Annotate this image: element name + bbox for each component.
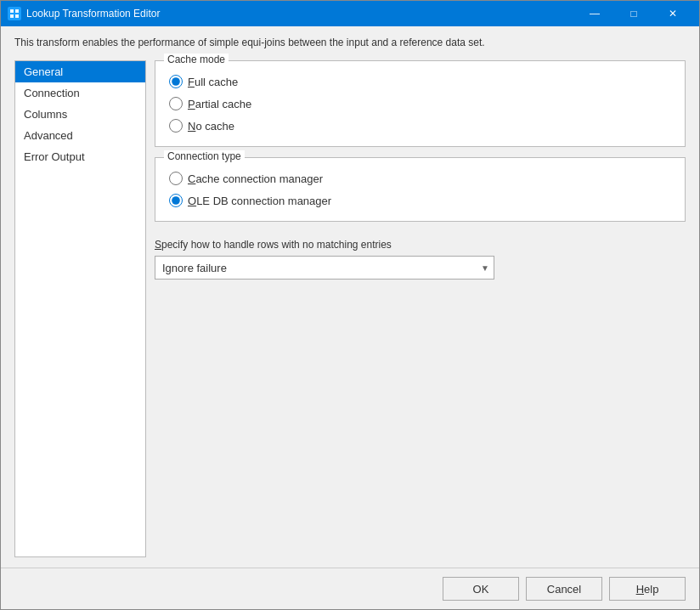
sidebar-item-columns[interactable]: Columns [15,104,145,125]
footer: OK Cancel Help [1,568,699,609]
svg-rect-1 [15,9,19,13]
partial-cache-radio[interactable] [169,97,183,110]
cache-mode-label: Cache mode [164,54,229,65]
sidebar: General Connection Columns Advanced Erro… [14,60,146,557]
partial-cache-label: Partial cache [188,98,251,110]
sidebar-item-error-output[interactable]: Error Output [15,146,145,167]
sidebar-item-advanced[interactable]: Advanced [15,125,145,146]
close-button[interactable]: ✕ [653,1,692,26]
connection-type-radio-group: Cache connection manager OLE DB connecti… [169,172,671,207]
no-match-label: Specify how to handle rows with no match… [155,239,686,251]
cache-mode-group: Cache mode Full cache Partial cache N [155,60,686,147]
cache-connection-manager-radio[interactable] [169,172,183,185]
help-button[interactable]: Help [609,577,686,601]
no-cache-option[interactable]: No cache [169,119,671,133]
cache-connection-manager-option[interactable]: Cache connection manager [169,172,671,185]
description-text: This transform enables the performance o… [14,37,686,48]
full-cache-option[interactable]: Full cache [169,75,671,88]
no-match-dropdown-wrapper: Ignore failure Redirect rows to no match… [155,256,494,280]
sidebar-item-general[interactable]: General [15,61,145,82]
minimize-button[interactable]: — [575,1,614,26]
cache-connection-manager-label: Cache connection manager [188,172,323,185]
ok-button[interactable]: OK [443,577,519,601]
no-match-section: Specify how to handle rows with no match… [155,239,686,280]
connection-type-label: Connection type [164,150,245,162]
partial-cache-option[interactable]: Partial cache [169,97,671,110]
main-area: General Connection Columns Advanced Erro… [14,60,686,557]
ole-db-connection-manager-label: OLE DB connection manager [188,195,331,207]
window-icon [8,7,21,20]
connection-type-group: Connection type Cache connection manager… [155,157,686,222]
svg-rect-3 [15,14,19,18]
svg-rect-2 [10,14,14,18]
window-controls: — □ ✕ [575,1,692,26]
ole-db-connection-manager-option[interactable]: OLE DB connection manager [169,194,671,207]
ole-db-connection-manager-radio[interactable] [169,194,183,207]
title-bar: Lookup Transformation Editor — □ ✕ [1,1,699,26]
no-cache-label: No cache [188,120,234,133]
cancel-button[interactable]: Cancel [526,577,602,601]
no-cache-radio[interactable] [169,119,183,133]
full-cache-label: Full cache [188,76,238,88]
cache-mode-radio-group: Full cache Partial cache No cache [169,75,671,133]
main-window: Lookup Transformation Editor — □ ✕ This … [0,0,700,610]
content-area: Cache mode Full cache Partial cache N [155,60,686,557]
content-spacer [155,290,686,557]
maximize-button[interactable]: □ [614,1,653,26]
full-cache-radio[interactable] [169,75,183,88]
window-content: This transform enables the performance o… [1,26,699,568]
svg-rect-0 [10,9,14,13]
no-match-dropdown[interactable]: Ignore failure Redirect rows to no match… [155,256,494,280]
window-title: Lookup Transformation Editor [26,8,575,20]
sidebar-item-connection[interactable]: Connection [15,82,145,104]
